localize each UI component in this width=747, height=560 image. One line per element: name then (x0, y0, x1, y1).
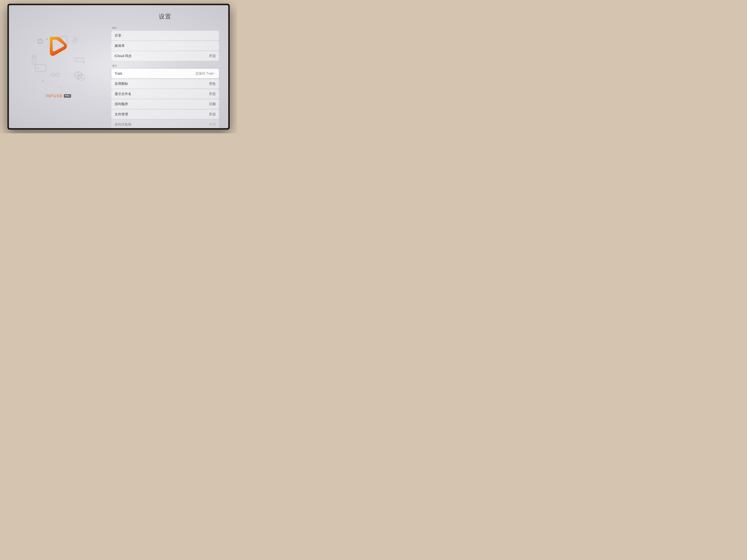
remote-icon (31, 55, 37, 64)
svg-text:tv: tv (36, 67, 39, 70)
svg-point-18 (75, 75, 76, 76)
file-mgmt-value: 开启 (209, 112, 216, 116)
file-mgmt-label: 文件管理 (115, 112, 128, 116)
show-filename-value: 开启 (209, 92, 216, 96)
library-label: 媒体库 (115, 44, 125, 48)
trakt-label: Trakt (115, 72, 122, 76)
svg-point-6 (74, 39, 76, 41)
share-label: 共享 (115, 34, 121, 37)
svg-point-10 (34, 60, 34, 60)
list-view-label: 条列式检视 (115, 122, 131, 127)
icloud-value: 开启 (209, 54, 216, 58)
gear-deco-icon (72, 37, 79, 44)
library-menu-item[interactable]: 媒体库 (111, 41, 219, 51)
sparkle-icon: ✦ (42, 79, 44, 83)
appletv-icon: tv (34, 64, 47, 73)
sparkle-icon: ✦ (58, 86, 60, 89)
app-name-infuse: INFUSE (46, 94, 63, 98)
right-panel: 设置 网络 共享 媒体库 iCloud 同步 开启 通用 (108, 5, 228, 128)
svg-rect-27 (75, 58, 84, 62)
logo-container: ✦ ✦ ✦ ✦ ✦ ✦ ✦ ✦ (30, 35, 86, 90)
ticket-icon (75, 57, 84, 62)
svg-point-0 (38, 39, 42, 44)
page-title: 设置 (111, 12, 219, 21)
left-panel: ✦ ✦ ✦ ✦ ✦ ✦ ✦ ✦ (9, 5, 108, 128)
svg-point-16 (78, 72, 79, 73)
app-name-pro: PRO (64, 94, 71, 98)
share-menu-item[interactable]: 共享 (111, 31, 219, 41)
general-section-label: 通用 (112, 64, 219, 68)
network-section-label: 网络 (112, 26, 219, 30)
svg-line-24 (59, 73, 60, 74)
svg-rect-9 (33, 57, 35, 58)
svg-point-21 (56, 73, 59, 77)
list-view-value: 开启 (209, 122, 216, 127)
app-name-container: INFUSE PRO (46, 94, 71, 98)
glasses-icon (51, 73, 60, 77)
svg-point-20 (51, 73, 55, 77)
svg-line-23 (51, 73, 51, 74)
show-filename-label: 显示文件名 (115, 92, 131, 96)
sort-order-label: 排列顺序 (115, 102, 128, 106)
camera-icon (36, 38, 45, 45)
trakt-menu-item[interactable]: Trakt 连接到 Trakt › (111, 69, 219, 78)
sparkle-icon: ✦ (81, 48, 82, 50)
icloud-label: iCloud 同步 (115, 54, 132, 58)
network-section: 网络 共享 媒体库 iCloud 同步 开启 (111, 26, 219, 61)
kodi-icon (78, 74, 85, 81)
tv-screen: ✦ ✦ ✦ ✦ ✦ ✦ ✦ ✦ (9, 5, 228, 128)
app-icon-menu-item[interactable]: 应用图标 亮色 (111, 79, 219, 88)
svg-line-26 (79, 75, 84, 80)
svg-point-11 (34, 61, 34, 62)
show-filename-menu-item[interactable]: 显示文件名 开启 (111, 89, 219, 99)
general-section: 通用 Trakt 连接到 Trakt › 应用图标 亮色 显示文件名 开启 (111, 64, 219, 128)
icloud-menu-item[interactable]: iCloud 同步 开启 (111, 51, 219, 61)
trakt-value: 连接到 Trakt › (195, 71, 216, 76)
sort-order-menu-item[interactable]: 排列顺序 日期 (111, 99, 219, 109)
sort-order-value: 日期 (209, 102, 216, 106)
trakt-chevron-icon: › (215, 72, 216, 75)
list-view-menu-item[interactable]: 条列式检视 开启 (111, 119, 219, 128)
app-icon-label: 应用图标 (115, 81, 128, 86)
app-icon-value: 亮色 (209, 81, 216, 86)
file-mgmt-menu-item[interactable]: 文件管理 开启 (111, 109, 219, 119)
infuse-play-logo (45, 35, 71, 61)
svg-point-1 (39, 40, 41, 43)
tv-bezel: ✦ ✦ ✦ ✦ ✦ ✦ ✦ ✦ (7, 4, 230, 130)
